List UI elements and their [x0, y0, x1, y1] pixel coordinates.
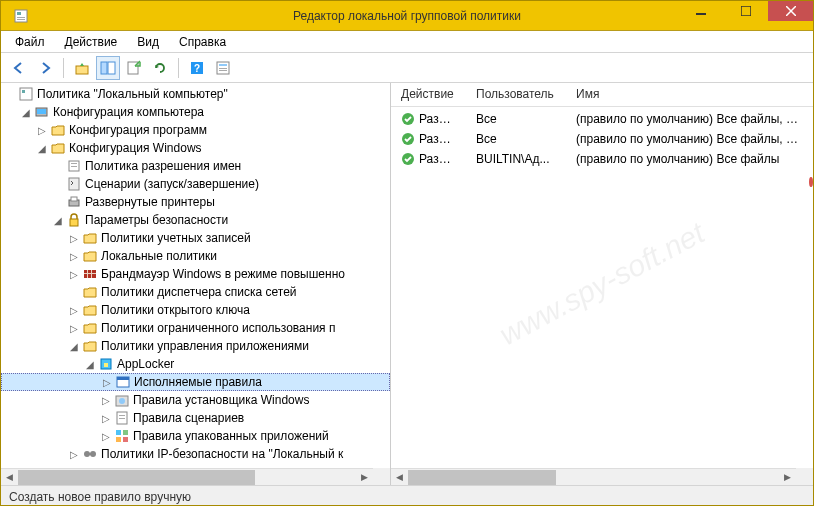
tree-root[interactable]: ▷Политика "Локальный компьютер" [1, 85, 390, 103]
svg-rect-43 [123, 430, 128, 435]
scroll-left-icon[interactable]: ◀ [1, 469, 18, 486]
tree-software-restriction[interactable]: ▷Политики ограниченного использования п [1, 319, 390, 337]
tree-label: Исполняемые правила [134, 375, 262, 389]
tree-ipsec[interactable]: ▷Политики IP-безопасности на "Локальный … [1, 445, 390, 463]
list-header: Действие Пользователь Имя [391, 83, 813, 107]
main-split: ▷Политика "Локальный компьютер" ◢Конфигу… [1, 83, 813, 485]
svg-rect-28 [70, 219, 78, 226]
col-name[interactable]: Имя [566, 83, 813, 106]
svg-rect-10 [108, 62, 115, 74]
statusbar: Создать новое правило вручную [1, 485, 813, 506]
tree-account-policies[interactable]: ▷Политики учетных записей [1, 229, 390, 247]
tree-label: AppLocker [117, 357, 174, 371]
scroll-right-icon[interactable]: ▶ [356, 469, 373, 486]
menu-view[interactable]: Вид [129, 33, 167, 51]
tree-label: Правила сценариев [133, 411, 244, 425]
tree-label: Политика "Локальный компьютер" [37, 87, 228, 101]
svg-rect-4 [696, 13, 706, 15]
scroll-corner [373, 468, 390, 485]
svg-rect-25 [69, 178, 79, 190]
scroll-right-icon[interactable]: ▶ [779, 469, 796, 486]
forward-button[interactable] [33, 56, 57, 80]
tree-app-control[interactable]: ◢Политики управления приложениями [1, 337, 390, 355]
cell-user: Все [466, 112, 566, 126]
app-icon [13, 8, 29, 24]
svg-rect-21 [37, 109, 46, 114]
tree-label: Политики ограниченного использования п [101, 321, 335, 335]
toolbar: ? [1, 53, 813, 83]
allow-icon [401, 132, 415, 146]
col-action[interactable]: Действие [391, 83, 466, 106]
svg-rect-44 [116, 437, 121, 442]
tree-local-policies[interactable]: ▷Локальные политики [1, 247, 390, 265]
annotation-dot-icon [809, 177, 813, 187]
tree-firewall[interactable]: ▷Брандмауэр Windows в режиме повышенно [1, 265, 390, 283]
cell-action: Разре... [419, 132, 462, 146]
refresh-button[interactable] [148, 56, 172, 80]
close-button[interactable] [768, 1, 813, 21]
col-user[interactable]: Пользователь [466, 83, 566, 106]
tree-h-scrollbar[interactable]: ◀ ▶ [1, 468, 373, 485]
tree-label: Политики управления приложениями [101, 339, 309, 353]
menu-action[interactable]: Действие [57, 33, 126, 51]
tree-msi-rules[interactable]: ▷Правила установщика Windows [1, 391, 390, 409]
tree-applocker[interactable]: ◢AppLocker [1, 355, 390, 373]
titlebar: Редактор локальной групповой политики [1, 1, 813, 31]
svg-rect-30 [84, 273, 96, 274]
tree-pane: ▷Политика "Локальный компьютер" ◢Конфигу… [1, 83, 391, 485]
properties-button[interactable] [211, 56, 235, 80]
export-button[interactable] [122, 56, 146, 80]
menu-help[interactable]: Справка [171, 33, 234, 51]
list-row[interactable]: Разре... BUILTIN\Ад... (правило по умолч… [391, 149, 813, 169]
list-row[interactable]: Разре... Все (правило по умолчанию) Все … [391, 129, 813, 149]
list-body[interactable]: Разре... Все (правило по умолчанию) Все … [391, 107, 813, 171]
tree-script-rules[interactable]: ▷Правила сценариев [1, 409, 390, 427]
tree-security-settings[interactable]: ◢Параметры безопасности [1, 211, 390, 229]
svg-rect-24 [71, 166, 77, 167]
toolbar-separator [63, 58, 64, 78]
back-button[interactable] [7, 56, 31, 80]
tree-label: Конфигурация Windows [69, 141, 202, 155]
list-h-scrollbar[interactable]: ◀ ▶ [391, 468, 796, 485]
allow-icon [401, 112, 415, 126]
tree-label: Правила упакованных приложений [133, 429, 329, 443]
tree-nlm[interactable]: ▷Политики диспетчера списка сетей [1, 283, 390, 301]
svg-rect-31 [87, 270, 88, 278]
tree-software-config[interactable]: ▷Конфигурация программ [1, 121, 390, 139]
svg-rect-42 [116, 430, 121, 435]
svg-point-38 [119, 398, 125, 404]
help-button[interactable]: ? [185, 56, 209, 80]
maximize-button[interactable] [723, 1, 768, 21]
tree-deployed-printers[interactable]: ▷Развернутые принтеры [1, 193, 390, 211]
policy-tree[interactable]: ▷Политика "Локальный компьютер" ◢Конфигу… [1, 83, 390, 465]
tree-windows-config[interactable]: ◢Конфигурация Windows [1, 139, 390, 157]
tree-label: Политика разрешения имен [85, 159, 241, 173]
tree-name-resolution[interactable]: ▷Политика разрешения имен [1, 157, 390, 175]
tree-label: Сценарии (запуск/завершение) [85, 177, 259, 191]
scroll-corner [796, 468, 813, 485]
show-hide-tree-button[interactable] [96, 56, 120, 80]
svg-rect-23 [71, 163, 77, 164]
svg-rect-3 [17, 19, 25, 20]
svg-rect-32 [91, 270, 92, 278]
tree-packaged-rules[interactable]: ▷Правила упакованных приложений [1, 427, 390, 445]
tree-label: Политики открытого ключа [101, 303, 250, 317]
tree-label: Политики IP-безопасности на "Локальный к [101, 447, 343, 461]
list-row[interactable]: Разре... Все (правило по умолчанию) Все … [391, 109, 813, 129]
scroll-left-icon[interactable]: ◀ [391, 469, 408, 486]
svg-rect-18 [20, 88, 32, 100]
svg-rect-19 [22, 90, 25, 93]
tree-exe-rules[interactable]: ▷Исполняемые правила [1, 373, 390, 391]
cell-action: Разре... [419, 112, 462, 126]
menu-file[interactable]: Файл [7, 33, 53, 51]
statusbar-text: Создать новое правило вручную [9, 490, 191, 504]
tree-label: Брандмауэр Windows в режиме повышенно [101, 267, 345, 281]
tree-public-key[interactable]: ▷Политики открытого ключа [1, 301, 390, 319]
tree-scripts[interactable]: ▷Сценарии (запуск/завершение) [1, 175, 390, 193]
annotation-rmb: правая кнопка мыши [809, 158, 813, 206]
minimize-button[interactable] [678, 1, 723, 21]
svg-rect-5 [741, 6, 751, 16]
tree-label: Конфигурация программ [69, 123, 207, 137]
up-button[interactable] [70, 56, 94, 80]
tree-computer-config[interactable]: ◢Конфигурация компьютера [1, 103, 390, 121]
